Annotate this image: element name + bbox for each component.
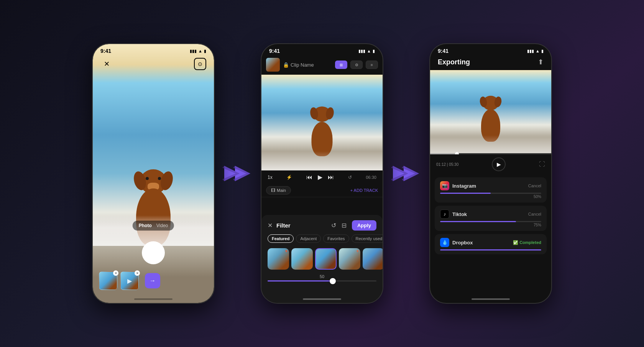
export-item-instagram: 📷 Instagram Cancel 50% <box>435 177 547 203</box>
forward-arrow-1 <box>220 156 255 191</box>
signal-icon-3: ▮▮▮ <box>527 49 534 54</box>
next-button[interactable]: → <box>145 273 160 288</box>
main-track-tab[interactable]: 🎞 Main <box>266 186 291 195</box>
camera-switch-button[interactable]: ⊙ <box>194 58 206 70</box>
export-item-dropbox: 💧 Dropbox ✅ Completed <box>435 234 547 254</box>
lock-icon: 🔒 <box>283 62 289 68</box>
main-scene: 9:41 ▮▮▮ ▲ ▮ ✕ ⊙ Photo Video <box>0 0 644 347</box>
export-item-header-dropbox: 💧 Dropbox ✅ Completed <box>440 238 541 247</box>
tiktok-progress-pct: 75% <box>440 223 541 227</box>
more-btn[interactable]: ≡ <box>366 61 378 69</box>
export-preview <box>430 70 551 154</box>
dog-eye-left <box>146 177 149 180</box>
thumbnail-1[interactable]: ✕ <box>99 272 117 290</box>
apply-button[interactable]: Apply <box>352 220 376 231</box>
settings-btn-purple[interactable]: ⊞ <box>335 61 347 69</box>
playback-time: 06:30 <box>366 175 376 180</box>
thumbnail-2[interactable]: ✕ ▶ <box>120 272 139 290</box>
video-option[interactable]: Video <box>156 223 168 228</box>
filter-header: ✕ Filter ↺ ⊟ Apply <box>261 215 383 234</box>
preview-dog <box>307 106 337 156</box>
battery-icon-3: ▮ <box>541 49 544 54</box>
close-button[interactable]: ✕ <box>100 58 113 70</box>
export-foam <box>430 135 551 154</box>
vpd-ear-r <box>325 106 335 120</box>
instagram-name: Instagram <box>452 183 476 189</box>
fast-forward-icon[interactable]: ⏭ <box>328 174 334 181</box>
clip-thumbnail <box>266 58 280 72</box>
instagram-logo: 📷 <box>442 183 448 188</box>
export-time: 01:12 | 05:30 <box>436 162 458 167</box>
edb-ear-l <box>479 96 488 108</box>
loop-icon[interactable]: ↺ <box>348 175 352 180</box>
rewind-icon[interactable]: ⏮ <box>306 174 312 181</box>
edb-ear-r <box>494 96 503 108</box>
phone-2: 9:41 ▮▮▮ ▲ ▮ 🔒 Clip Name ⊞ ⚙ ≡ <box>261 43 383 304</box>
share-icon[interactable]: ⬆ <box>538 58 544 66</box>
play-pause-icon[interactable]: ▶ <box>318 174 322 181</box>
filter-slider-value: 50 <box>268 274 376 279</box>
photo-option[interactable]: Photo <box>139 223 152 228</box>
wifi-icon-2: ▲ <box>367 49 371 53</box>
playback-bar: 1x ⚡ ⏮ ▶ ⏭ ↺ 06:30 <box>261 170 383 184</box>
dropbox-progress-fill <box>440 249 541 250</box>
arrow-2 <box>383 156 429 191</box>
thumb-close-1[interactable]: ✕ <box>113 270 118 276</box>
settings-btn-dark[interactable]: ⚙ <box>350 61 363 69</box>
filter-panel: ✕ Filter ↺ ⊟ Apply Featured Adjacent Fav… <box>261 215 383 303</box>
preview-progress-bg <box>430 153 551 154</box>
shutter-button[interactable] <box>142 241 165 264</box>
export-progress-list: 📷 Instagram Cancel 50% ♪ <box>430 174 551 257</box>
instagram-progress-bg <box>440 193 541 194</box>
status-bar-2: 9:41 ▮▮▮ ▲ ▮ <box>261 44 383 56</box>
arrow-1 <box>215 156 261 191</box>
filter-actions: ↺ ⊟ Apply <box>331 220 376 231</box>
filter-tab-recently[interactable]: Recently used <box>352 234 383 243</box>
instagram-cancel[interactable]: Cancel <box>528 183 541 188</box>
heart-icon-1: ♥ <box>285 249 288 253</box>
filter-tab-adjacent[interactable]: Adjacent <box>296 234 321 243</box>
export-item-header-instagram: 📷 Instagram Cancel <box>440 181 541 190</box>
tiktok-name: Tiktok <box>452 211 467 217</box>
edb-head <box>483 96 499 110</box>
dropbox-icon: 💧 <box>440 238 449 247</box>
filter-thumb-4[interactable]: ♥ <box>339 248 360 270</box>
filter-thumb-1[interactable]: ♥ <box>268 248 289 270</box>
tiktok-progress-bg <box>440 221 541 222</box>
filter-slider-thumb[interactable] <box>330 278 336 284</box>
phone-3: 9:41 ▮▮▮ ▲ ▮ Exporting ⬆ <box>429 43 552 304</box>
filter-slider-track[interactable] <box>268 280 376 282</box>
editor-header-right: ⊞ ⚙ ≡ <box>335 61 378 69</box>
playback-speed[interactable]: 1x <box>268 175 273 180</box>
reset-icon[interactable]: ↺ <box>331 222 336 229</box>
video-preview <box>261 75 383 170</box>
status-bar-3: 9:41 ▮▮▮ ▲ ▮ <box>430 44 551 56</box>
export-play-button[interactable]: ▶ <box>492 157 506 171</box>
dropbox-progress-bg <box>440 249 541 250</box>
film-icon: 🎞 <box>271 188 275 193</box>
time-2: 9:41 <box>269 48 280 54</box>
filter-thumb-5[interactable] <box>363 248 383 270</box>
home-indicator-3 <box>472 298 510 300</box>
vpd-body <box>312 122 333 156</box>
dog-ear-left <box>132 170 148 192</box>
filter-tab-favorites[interactable]: Favorites <box>323 234 349 243</box>
tiktok-icon: ♪ <box>440 210 449 219</box>
add-track-btn[interactable]: + ADD TRACK <box>350 188 378 193</box>
compare-icon[interactable]: ⊟ <box>342 222 347 229</box>
filter-close-btn[interactable]: ✕ <box>268 222 273 229</box>
filter-slider-row: 50 <box>261 271 383 283</box>
forward-arrow-2 <box>389 156 424 191</box>
export-title: Exporting <box>438 58 470 66</box>
time-3: 9:41 <box>438 48 449 54</box>
fullscreen-icon[interactable]: ⛶ <box>539 161 545 168</box>
playback-controls: ⏮ ▶ ⏭ <box>306 174 334 181</box>
filter-tab-featured[interactable]: Featured <box>268 234 294 243</box>
camera-top-bar: ✕ ⊙ <box>93 44 214 74</box>
tiktok-cancel[interactable]: Cancel <box>528 212 541 216</box>
photo-video-toggle: Photo Video <box>133 221 174 231</box>
filter-thumb-3[interactable] <box>315 248 337 270</box>
phone-1: 9:41 ▮▮▮ ▲ ▮ ✕ ⊙ Photo Video <box>92 43 215 304</box>
wifi-icon-3: ▲ <box>536 49 540 53</box>
filter-thumb-2[interactable] <box>291 248 313 270</box>
